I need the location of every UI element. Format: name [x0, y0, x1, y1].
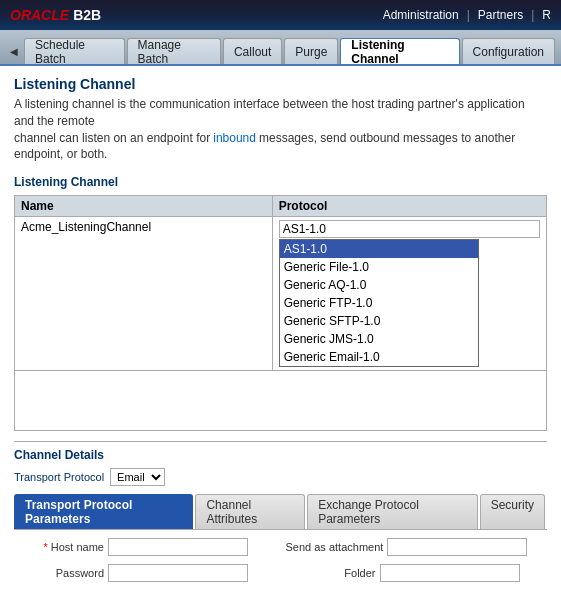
- col-header-name: Name: [15, 196, 273, 217]
- inbound-link[interactable]: inbound: [213, 131, 256, 145]
- dropdown-item-jms[interactable]: Generic JMS-1.0: [280, 330, 478, 348]
- table-row: Acme_ListeningChannel AS1-1.0 Generic Fi…: [15, 217, 547, 371]
- dropdown-item-email[interactable]: Generic Email-1.0: [280, 348, 478, 366]
- sub-tab-transport-params[interactable]: Transport Protocol Parameters: [14, 494, 193, 529]
- tab-configuration[interactable]: Configuration: [462, 38, 555, 64]
- sub-tab-channel-attrs[interactable]: Channel Attributes: [195, 494, 305, 529]
- dropdown-item-file[interactable]: Generic File-1.0: [280, 258, 478, 276]
- channel-protocol-cell: AS1-1.0 Generic File-1.0 Generic AQ-1.0 …: [272, 217, 546, 371]
- b2b-logo-text: B2B: [73, 7, 101, 23]
- password-label: Password: [14, 567, 104, 579]
- tab-callout[interactable]: Callout: [223, 38, 282, 64]
- send-attachment-input[interactable]: [387, 538, 527, 556]
- protocol-dropdown[interactable]: AS1-1.0 Generic File-1.0 Generic AQ-1.0 …: [279, 239, 479, 367]
- tab-purge[interactable]: Purge: [284, 38, 338, 64]
- folder-row: Folder: [286, 564, 548, 582]
- send-attachment-row: Send as attachment: [286, 538, 548, 556]
- channel-details-title: Channel Details: [14, 441, 547, 462]
- col-header-protocol: Protocol: [272, 196, 546, 217]
- dropdown-item-as1[interactable]: AS1-1.0: [280, 240, 478, 258]
- admin-link[interactable]: Administration: [383, 8, 459, 22]
- form-fields: Host name Password ConfirmPassword User …: [14, 538, 547, 590]
- tab-schedule-batch[interactable]: Schedule Batch: [24, 38, 125, 64]
- page-title: Listening Channel: [14, 76, 547, 92]
- dropdown-item-ftp[interactable]: Generic FTP-1.0: [280, 294, 478, 312]
- nav-separator-1: |: [467, 8, 470, 22]
- channel-section-title: Listening Channel: [14, 175, 547, 189]
- header-navigation: Administration | Partners | R: [383, 8, 551, 22]
- password-row: Password: [14, 564, 276, 582]
- main-content: Listening Channel A listening channel is…: [0, 66, 561, 590]
- transport-protocol-row: Transport Protocol Email HTTP FTP SFTP J…: [14, 468, 547, 486]
- app-header: ORACLE B2B Administration | Partners | R: [0, 0, 561, 30]
- folder-input[interactable]: [380, 564, 520, 582]
- partners-link[interactable]: Partners: [478, 8, 523, 22]
- nav-separator-2: |: [531, 8, 534, 22]
- host-name-label: Host name: [14, 541, 104, 553]
- sub-tab-security[interactable]: Security: [480, 494, 545, 529]
- reports-link[interactable]: R: [542, 8, 551, 22]
- transport-label: Transport Protocol: [14, 471, 104, 483]
- empty-row: [15, 371, 547, 431]
- main-tab-bar: ◀ Schedule Batch Manage Batch Callout Pu…: [0, 30, 561, 66]
- channel-table: Name Protocol Acme_ListeningChannel AS1-…: [14, 195, 547, 431]
- right-form-col: Send as attachment Folder Email id Subje…: [286, 538, 548, 590]
- send-attachment-label: Send as attachment: [286, 541, 384, 553]
- host-name-input[interactable]: [108, 538, 248, 556]
- protocol-input[interactable]: [279, 220, 540, 238]
- sub-tab-bar: Transport Protocol Parameters Channel At…: [14, 494, 547, 530]
- oracle-logo-text: ORACLE: [10, 7, 69, 23]
- dropdown-item-aq[interactable]: Generic AQ-1.0: [280, 276, 478, 294]
- sub-tab-exchange-params[interactable]: Exchange Protocol Parameters: [307, 494, 478, 529]
- folder-label: Folder: [286, 567, 376, 579]
- tab-listening-channel[interactable]: Listening Channel: [340, 38, 459, 64]
- host-name-row: Host name: [14, 538, 276, 556]
- transport-select[interactable]: Email HTTP FTP SFTP JMS AQ File: [110, 468, 165, 486]
- tab-nav-prev[interactable]: ◀: [4, 38, 24, 64]
- channel-name-cell: Acme_ListeningChannel: [15, 217, 273, 371]
- logo: ORACLE B2B: [10, 7, 101, 23]
- dropdown-item-sftp[interactable]: Generic SFTP-1.0: [280, 312, 478, 330]
- password-input[interactable]: [108, 564, 248, 582]
- tab-manage-batch[interactable]: Manage Batch: [127, 38, 221, 64]
- page-description: A listening channel is the communication…: [14, 96, 547, 163]
- left-form-col: Host name Password ConfirmPassword User …: [14, 538, 276, 590]
